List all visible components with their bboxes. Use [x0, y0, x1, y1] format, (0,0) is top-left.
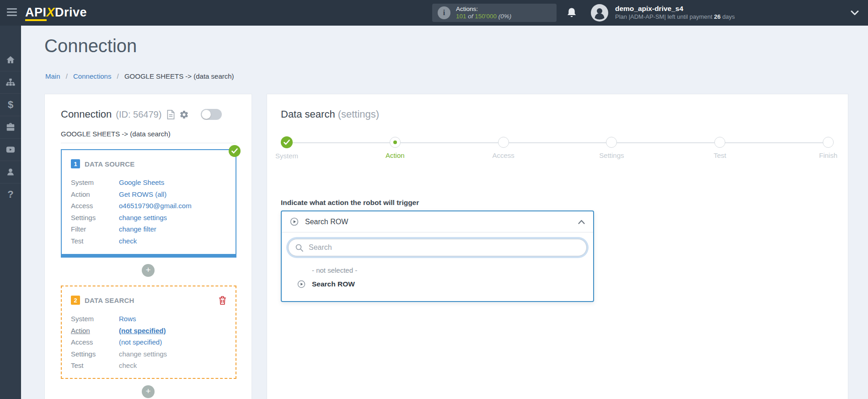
table-row: Settingschange settings — [71, 348, 226, 360]
sidebar-item-connections[interactable] — [0, 71, 21, 93]
logo-x: X — [47, 5, 55, 19]
connection-subtitle: GOOGLE SHEETS -> (data search) — [61, 130, 236, 138]
page-title: Connection — [44, 36, 137, 56]
apixdrive-logo[interactable]: APIXDrive — [25, 5, 87, 20]
table-row: SystemGoogle Sheets — [71, 177, 226, 189]
home-icon — [5, 55, 16, 65]
check-badge-icon — [229, 145, 241, 157]
search-system-link[interactable]: Rows — [119, 313, 136, 325]
youtube-icon — [5, 145, 16, 155]
dropdown-search[interactable] — [288, 239, 587, 256]
person-icon — [5, 167, 16, 177]
step-finish[interactable]: Finish — [794, 137, 863, 159]
connection-card-title: Connection — [61, 108, 112, 120]
option-search-row[interactable]: Search ROW — [297, 278, 587, 290]
progress-stepper: System Action Access Settings Test Finis… — [281, 137, 834, 175]
sidebar-item-services[interactable] — [0, 116, 21, 138]
source-action-link[interactable]: Get ROWS (all) — [119, 189, 166, 200]
user-menu-chevron-down-icon[interactable] — [851, 10, 859, 16]
dollar-icon: $ — [8, 99, 13, 111]
sidebar-item-billing[interactable]: $ — [0, 93, 21, 116]
step-pending-icon — [498, 137, 509, 148]
action-select-value: Search ROW — [305, 218, 348, 226]
sidebar-item-profile[interactable] — [0, 161, 21, 183]
question-icon: ? — [7, 189, 13, 200]
user-avatar[interactable] — [591, 4, 608, 22]
info-icon: i — [438, 6, 450, 19]
topbar: APIXDrive i Actions: 101 of 150'000 (0%)… — [0, 0, 868, 26]
search-icon — [295, 244, 303, 252]
table-row: Access(not specified) — [71, 336, 226, 348]
play-circle-icon — [290, 217, 299, 226]
gear-icon[interactable] — [179, 110, 189, 119]
user-menu[interactable]: demo_apix-drive_s4 Plan |ADM-AP-SM| left… — [615, 4, 735, 21]
document-icon[interactable] — [167, 110, 175, 119]
actions-usage: 101 of 150'000 (0%) — [456, 13, 511, 20]
actions-counter[interactable]: i Actions: 101 of 150'000 (0%) — [432, 4, 557, 22]
table-row: Action(not specified) — [71, 325, 226, 337]
step-test[interactable]: Test — [686, 137, 754, 159]
sidebar-item-help[interactable]: ? — [0, 183, 21, 205]
step-pending-icon — [714, 137, 725, 148]
step-pending-icon — [823, 137, 834, 148]
table-row: Testcheck — [71, 360, 226, 372]
briefcase-icon — [5, 122, 16, 132]
source-system-link[interactable]: Google Sheets — [119, 177, 164, 189]
action-select: Search ROW - not selected - Search ROW — [281, 210, 594, 302]
step-system[interactable]: System — [252, 137, 321, 160]
source-settings-link[interactable]: change settings — [119, 212, 167, 224]
table-row: ActionGet ROWS (all) — [71, 189, 226, 200]
data-search-title: DATA SEARCH — [85, 297, 134, 304]
chevron-up-icon — [578, 220, 585, 224]
step-number: 1 — [71, 159, 80, 168]
sitemap-icon — [5, 77, 16, 87]
user-name: demo_apix-drive_s4 — [615, 4, 735, 13]
source-test-link[interactable]: check — [119, 235, 137, 247]
action-select-header[interactable]: Search ROW — [282, 211, 593, 232]
search-test-value: check — [119, 360, 137, 372]
play-circle-icon — [297, 280, 305, 288]
connection-card: Connection (ID: 56479) GOOGLE SHEETS -> … — [44, 94, 252, 399]
sidebar: $ ? — [0, 26, 21, 399]
step-settings[interactable]: Settings — [577, 137, 646, 159]
table-row: Filterchange filter — [71, 223, 226, 235]
search-input[interactable] — [309, 243, 579, 252]
breadcrumb-connections[interactable]: Connections — [73, 72, 111, 80]
step-done-check-icon — [281, 136, 293, 148]
action-question-label: Indicate what action the robot will trig… — [281, 198, 834, 207]
search-settings-value: change settings — [119, 348, 167, 360]
trash-icon[interactable] — [219, 296, 226, 305]
action-select-dropdown: - not selected - Search ROW — [282, 232, 593, 301]
step-action[interactable]: Action — [361, 137, 429, 159]
add-step-button[interactable]: + — [142, 264, 155, 277]
settings-title: Data search(settings) — [281, 108, 834, 120]
logo-api: API — [25, 5, 47, 21]
search-action-link[interactable]: (not specified) — [119, 325, 166, 337]
add-step-button[interactable]: + — [142, 385, 155, 398]
source-filter-link[interactable]: change filter — [119, 223, 156, 235]
table-row: Testcheck — [71, 235, 226, 247]
step-number: 2 — [71, 296, 80, 305]
step-access[interactable]: Access — [469, 137, 538, 159]
option-not-selected[interactable]: - not selected - — [312, 265, 587, 275]
actions-label: Actions: — [456, 5, 511, 13]
source-access-link[interactable]: o46519790@gmail.com — [119, 200, 192, 212]
user-plan: Plan |ADM-AP-SM| left until payment 26 d… — [615, 13, 735, 21]
connection-toggle[interactable] — [201, 109, 222, 120]
notifications-bell-icon[interactable] — [566, 7, 578, 19]
logo-drive: Drive — [55, 5, 87, 19]
breadcrumb-current: GOOGLE SHEETS -> (data search) — [124, 72, 234, 80]
main-content: Connection Main / Connections / GOOGLE S… — [21, 26, 868, 399]
search-access-link[interactable]: (not specified) — [119, 336, 162, 348]
hamburger-menu-icon[interactable] — [7, 8, 17, 17]
data-source-box: 1 DATA SOURCE SystemGoogle Sheets Action… — [61, 149, 236, 258]
data-source-title: DATA SOURCE — [85, 160, 134, 168]
step-pending-icon — [606, 137, 617, 148]
table-row: SystemRows — [71, 313, 226, 325]
sidebar-item-video[interactable] — [0, 138, 21, 161]
connection-id: (ID: 56479) — [116, 109, 161, 120]
table-row: Accesso46519790@gmail.com — [71, 200, 226, 212]
breadcrumb: Main / Connections / GOOGLE SHEETS -> (d… — [45, 72, 234, 80]
sidebar-item-home[interactable] — [0, 49, 21, 71]
breadcrumb-main[interactable]: Main — [45, 72, 60, 80]
